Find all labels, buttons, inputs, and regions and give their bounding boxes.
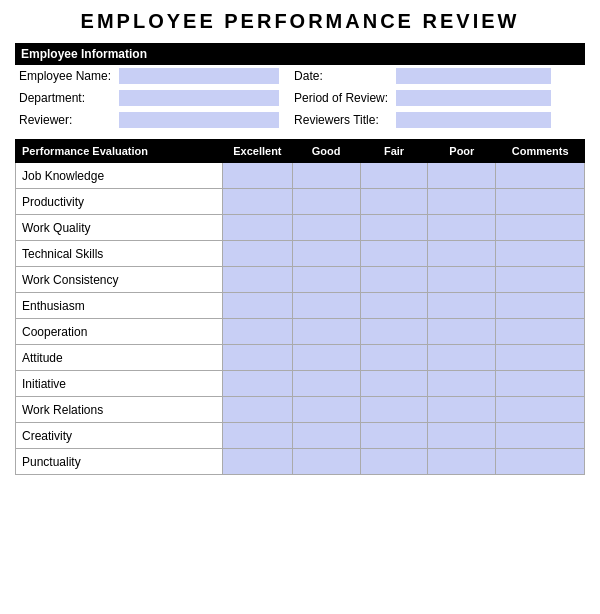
score-cell[interactable] xyxy=(360,345,428,371)
table-row: Enthusiasm xyxy=(16,293,585,319)
reviewers-title-input[interactable] xyxy=(396,112,551,128)
employee-name-input[interactable] xyxy=(119,68,279,84)
comments-cell[interactable] xyxy=(496,345,585,371)
criteria-cell: Technical Skills xyxy=(16,241,223,267)
period-of-review-label: Period of Review: xyxy=(290,87,392,109)
comments-cell[interactable] xyxy=(496,449,585,475)
score-cell[interactable] xyxy=(428,189,496,215)
page-title: EMPLOYEE PERFORMANCE REVIEW xyxy=(15,10,585,33)
criteria-header: Performance Evaluation xyxy=(16,140,223,163)
table-row: Work Quality xyxy=(16,215,585,241)
score-cell[interactable] xyxy=(360,423,428,449)
comments-cell[interactable] xyxy=(496,241,585,267)
criteria-cell: Work Relations xyxy=(16,397,223,423)
reviewer-input[interactable] xyxy=(119,112,279,128)
score-cell[interactable] xyxy=(428,397,496,423)
score-cell[interactable] xyxy=(360,293,428,319)
criteria-cell: Creativity xyxy=(16,423,223,449)
poor-header: Poor xyxy=(428,140,496,163)
score-cell[interactable] xyxy=(223,449,292,475)
department-label: Department: xyxy=(15,87,115,109)
score-cell[interactable] xyxy=(292,189,360,215)
score-cell[interactable] xyxy=(428,241,496,267)
criteria-cell: Work Consistency xyxy=(16,267,223,293)
criteria-cell: Attitude xyxy=(16,345,223,371)
score-cell[interactable] xyxy=(223,319,292,345)
employee-info-table: Employee Name: Date: Department: Period … xyxy=(15,65,585,131)
score-cell[interactable] xyxy=(428,293,496,319)
score-cell[interactable] xyxy=(360,449,428,475)
reviewers-title-label: Reviewers Title: xyxy=(290,109,392,131)
score-cell[interactable] xyxy=(428,345,496,371)
comments-header: Comments xyxy=(496,140,585,163)
score-cell[interactable] xyxy=(292,267,360,293)
table-row: Productivity xyxy=(16,189,585,215)
department-input[interactable] xyxy=(119,90,279,106)
score-cell[interactable] xyxy=(428,319,496,345)
comments-cell[interactable] xyxy=(496,397,585,423)
employee-name-label: Employee Name: xyxy=(15,65,115,87)
table-row: Punctuality xyxy=(16,449,585,475)
reviewer-label: Reviewer: xyxy=(15,109,115,131)
score-cell[interactable] xyxy=(223,163,292,189)
score-cell[interactable] xyxy=(223,267,292,293)
table-row: Initiative xyxy=(16,371,585,397)
score-cell[interactable] xyxy=(360,241,428,267)
score-cell[interactable] xyxy=(360,215,428,241)
score-cell[interactable] xyxy=(360,319,428,345)
period-of-review-input[interactable] xyxy=(396,90,551,106)
score-cell[interactable] xyxy=(360,163,428,189)
score-cell[interactable] xyxy=(292,163,360,189)
score-cell[interactable] xyxy=(292,371,360,397)
score-cell[interactable] xyxy=(292,215,360,241)
table-row: Work Consistency xyxy=(16,267,585,293)
score-cell[interactable] xyxy=(360,267,428,293)
criteria-cell: Cooperation xyxy=(16,319,223,345)
score-cell[interactable] xyxy=(292,423,360,449)
score-cell[interactable] xyxy=(360,397,428,423)
criteria-cell: Productivity xyxy=(16,189,223,215)
score-cell[interactable] xyxy=(223,293,292,319)
score-cell[interactable] xyxy=(360,189,428,215)
score-cell[interactable] xyxy=(292,397,360,423)
score-cell[interactable] xyxy=(428,371,496,397)
score-cell[interactable] xyxy=(428,215,496,241)
table-row: Work Relations xyxy=(16,397,585,423)
criteria-cell: Initiative xyxy=(16,371,223,397)
score-cell[interactable] xyxy=(292,449,360,475)
comments-cell[interactable] xyxy=(496,163,585,189)
score-cell[interactable] xyxy=(428,449,496,475)
employee-info-section: Employee Information Employee Name: Date… xyxy=(15,43,585,131)
criteria-cell: Punctuality xyxy=(16,449,223,475)
comments-cell[interactable] xyxy=(496,215,585,241)
score-cell[interactable] xyxy=(292,293,360,319)
table-row: Technical Skills xyxy=(16,241,585,267)
score-cell[interactable] xyxy=(292,345,360,371)
score-cell[interactable] xyxy=(223,345,292,371)
score-cell[interactable] xyxy=(223,423,292,449)
score-cell[interactable] xyxy=(223,189,292,215)
score-cell[interactable] xyxy=(223,397,292,423)
comments-cell[interactable] xyxy=(496,423,585,449)
date-input[interactable] xyxy=(396,68,551,84)
comments-cell[interactable] xyxy=(496,371,585,397)
table-row: Cooperation xyxy=(16,319,585,345)
score-cell[interactable] xyxy=(223,371,292,397)
score-cell[interactable] xyxy=(428,163,496,189)
comments-cell[interactable] xyxy=(496,319,585,345)
table-row: Job Knowledge xyxy=(16,163,585,189)
score-cell[interactable] xyxy=(428,423,496,449)
score-cell[interactable] xyxy=(223,215,292,241)
score-cell[interactable] xyxy=(428,267,496,293)
fair-header: Fair xyxy=(360,140,428,163)
comments-cell[interactable] xyxy=(496,267,585,293)
comments-cell[interactable] xyxy=(496,293,585,319)
comments-cell[interactable] xyxy=(496,189,585,215)
score-cell[interactable] xyxy=(223,241,292,267)
performance-eval-table: Performance Evaluation Excellent Good Fa… xyxy=(15,139,585,475)
score-cell[interactable] xyxy=(360,371,428,397)
excellent-header: Excellent xyxy=(223,140,292,163)
score-cell[interactable] xyxy=(292,319,360,345)
criteria-cell: Work Quality xyxy=(16,215,223,241)
score-cell[interactable] xyxy=(292,241,360,267)
